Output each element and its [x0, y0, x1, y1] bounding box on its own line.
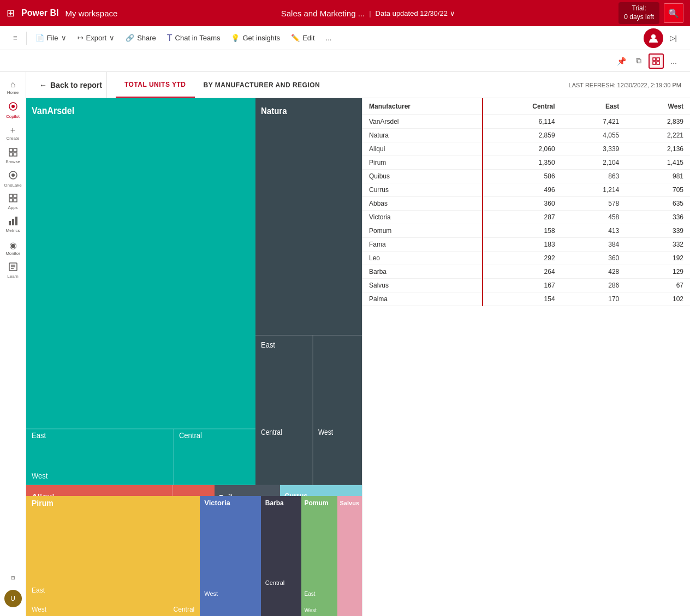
top-bar-center: Sales and Marketing ... | Data updated 1… — [124, 9, 612, 18]
svg-rect-15 — [9, 199, 13, 202]
sidebar-item-screen[interactable]: ⊟ — [2, 567, 24, 589]
treemap-pirum[interactable]: Pirum East West Central — [26, 496, 200, 616]
treemap-salvus[interactable]: Salvus — [337, 496, 362, 616]
toolbar2-more-icon[interactable]: ... — [666, 53, 681, 69]
sidebar-item-onelake[interactable]: OneLake — [2, 168, 24, 190]
chat-teams-button[interactable]: T Chat in Teams — [163, 31, 225, 46]
svg-rect-4 — [657, 62, 659, 64]
user-avatar[interactable]: U — [4, 590, 22, 607]
toolbar-divider-1 — [26, 32, 27, 45]
cell-central: 158 — [483, 224, 562, 238]
monitor-icon: ◉ — [9, 240, 17, 250]
report-title[interactable]: Sales and Marketing ... — [281, 9, 365, 18]
col-central: Central — [483, 98, 562, 115]
treemap-bottom-row: Pirum East West Central Victoria West Ba… — [26, 496, 362, 616]
svg-text:West: West — [32, 471, 47, 481]
treemap-victoria[interactable]: Victoria West — [200, 496, 260, 616]
svg-point-0 — [651, 34, 656, 39]
hamburger-button[interactable]: ≡ — [9, 31, 22, 45]
cell-west: 635 — [626, 197, 690, 211]
export-button[interactable]: ↦ Export ∨ — [73, 31, 120, 45]
cell-central: 183 — [483, 238, 562, 252]
svg-rect-2 — [657, 58, 659, 61]
pin-icon[interactable]: 📌 — [614, 53, 629, 69]
cell-west: 192 — [626, 252, 690, 265]
cell-manufacturer: Victoria — [362, 211, 483, 224]
cell-west: 67 — [626, 279, 690, 292]
tab-by-manufacturer[interactable]: BY MANUFACTURER AND REGION — [195, 72, 329, 98]
cell-east: 413 — [562, 224, 626, 238]
cell-west: 339 — [626, 224, 690, 238]
share-button[interactable]: 🔗 Share — [121, 31, 160, 45]
treemap-barba[interactable]: Barba Central — [261, 496, 302, 616]
svg-rect-1 — [653, 58, 656, 61]
file-button[interactable]: 📄 File ∨ — [31, 31, 71, 45]
brand-label: Power BI — [21, 8, 58, 18]
metrics-icon — [9, 217, 17, 228]
toolbar: ≡ 📄 File ∨ ↦ Export ∨ 🔗 Share T Chat in … — [0, 26, 690, 50]
edit-button[interactable]: ✏️ Edit — [287, 31, 319, 45]
onelake-icon — [8, 170, 18, 182]
browse-icon — [9, 148, 17, 159]
workspace-label[interactable]: My workspace — [65, 9, 117, 18]
toolbar-more-button[interactable]: ▷| — [665, 31, 681, 45]
svg-rect-9 — [9, 153, 13, 156]
sidebar-item-metrics[interactable]: Metrics — [2, 214, 24, 236]
treemap-pomum[interactable]: Pomum East West — [301, 496, 337, 616]
back-to-report[interactable]: ← Back to report — [35, 72, 107, 98]
get-insights-button[interactable]: 💡 Get insights — [227, 31, 284, 45]
sidebar-item-copilot[interactable]: Copilot — [2, 99, 24, 121]
cell-manufacturer: Pomum — [362, 224, 483, 238]
apps-icon — [9, 194, 17, 205]
sidebar-item-browse[interactable]: Browse — [2, 145, 24, 167]
cell-west: 2,136 — [626, 142, 690, 156]
cell-west: 332 — [626, 238, 690, 252]
cell-central: 292 — [483, 252, 562, 265]
cell-west: 2,839 — [626, 115, 690, 129]
copy-icon[interactable]: ⧉ — [631, 53, 646, 69]
tab-total-units[interactable]: TOTAL UNITS YTD — [116, 72, 195, 98]
cell-west: 981 — [626, 170, 690, 183]
cell-manufacturer: VanArsdel — [362, 115, 483, 129]
cell-east: 458 — [562, 211, 626, 224]
cell-central: 360 — [483, 197, 562, 211]
user-icon[interactable] — [644, 28, 663, 48]
focus-mode-icon[interactable] — [649, 53, 664, 69]
cell-west: 705 — [626, 183, 690, 197]
sidebar-item-home[interactable]: ⌂ Home — [2, 76, 24, 98]
table-row: Quibus 586 863 981 — [362, 170, 690, 183]
pirum-label: Pirum — [32, 499, 53, 507]
sidebar-item-apps[interactable]: Apps — [2, 191, 24, 213]
file-chevron-icon: ∨ — [61, 34, 67, 42]
cell-manufacturer: Currus — [362, 183, 483, 197]
treemap-block-vanarsdel[interactable] — [26, 98, 255, 485]
sidebar-item-learn[interactable]: Learn — [2, 260, 24, 282]
cell-west: 102 — [626, 292, 690, 306]
table-row: Leo 292 360 192 — [362, 252, 690, 265]
chevron-icon[interactable]: ∨ — [450, 9, 455, 17]
data-updated[interactable]: Data updated 12/30/22 ∨ — [376, 9, 455, 17]
treemap-label-vanarsdel: VanArsdel — [32, 105, 74, 116]
svg-text:East: East — [261, 340, 275, 350]
table-row: Fama 183 384 332 — [362, 238, 690, 252]
table-header-row: Manufacturer Central East West — [362, 98, 690, 115]
top-bar-right: Trial: 0 days left 🔍 — [618, 2, 683, 23]
table-row: Palma 154 170 102 — [362, 292, 690, 306]
sidebar-item-create[interactable]: + Create — [2, 122, 24, 144]
search-button[interactable]: 🔍 — [664, 3, 683, 23]
more-button[interactable]: ... — [322, 31, 336, 45]
grid-icon[interactable]: ⊞ — [7, 7, 15, 19]
svg-rect-10 — [14, 153, 17, 156]
cell-central: 2,060 — [483, 142, 562, 156]
table-row: Salvus 167 286 67 — [362, 279, 690, 292]
svg-text:Natura: Natura — [261, 105, 287, 116]
cell-east: 2,104 — [562, 156, 626, 170]
cell-manufacturer: Aliqui — [362, 142, 483, 156]
report-tabs: TOTAL UNITS YTD BY MANUFACTURER AND REGI… — [116, 72, 329, 98]
svg-point-12 — [11, 174, 15, 177]
svg-rect-8 — [14, 148, 17, 152]
table-row: Barba 264 428 129 — [362, 265, 690, 279]
sidebar-item-monitor[interactable]: ◉ Monitor — [2, 237, 24, 259]
svg-rect-17 — [9, 221, 11, 225]
treemap-area[interactable]: VanArsdel East Central West Natura East … — [26, 98, 362, 616]
